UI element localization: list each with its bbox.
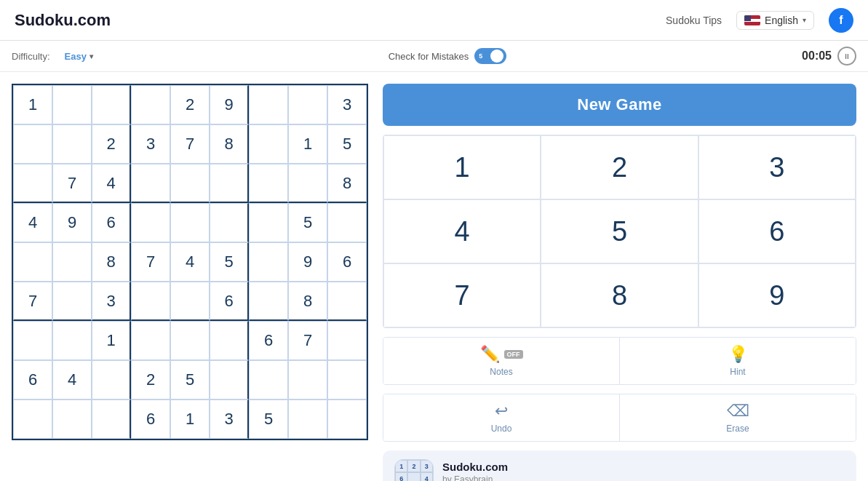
cell-r0-c7[interactable] bbox=[288, 85, 327, 124]
cell-r8-c6[interactable]: 5 bbox=[249, 399, 288, 439]
cell-r2-c8[interactable]: 8 bbox=[327, 164, 367, 203]
cell-r8-c0[interactable] bbox=[13, 399, 52, 439]
cell-r0-c5[interactable]: 9 bbox=[210, 85, 249, 124]
cell-r1-c5[interactable]: 8 bbox=[210, 124, 249, 164]
cell-r8-c3[interactable]: 6 bbox=[131, 399, 170, 439]
cell-r8-c2[interactable] bbox=[92, 399, 131, 439]
cell-r4-c6[interactable] bbox=[249, 242, 288, 282]
cell-r7-c4[interactable]: 5 bbox=[170, 360, 210, 399]
cell-r0-c6[interactable] bbox=[249, 85, 288, 124]
cell-r0-c0[interactable]: 1 bbox=[13, 85, 52, 124]
cell-r0-c2[interactable] bbox=[92, 85, 131, 124]
cell-r5-c0[interactable]: 7 bbox=[13, 282, 52, 321]
num-7[interactable]: 7 bbox=[383, 263, 541, 327]
cell-r4-c7[interactable]: 9 bbox=[288, 242, 327, 282]
undo-button[interactable]: ↩ Undo bbox=[383, 394, 620, 441]
cell-r0-c4[interactable]: 2 bbox=[170, 85, 210, 124]
pause-button[interactable]: ⏸ bbox=[837, 47, 856, 65]
cell-r2-c5[interactable] bbox=[210, 164, 249, 203]
cell-r3-c8[interactable] bbox=[327, 203, 367, 242]
cell-r4-c1[interactable] bbox=[52, 242, 92, 282]
cell-r5-c4[interactable] bbox=[170, 282, 210, 321]
cell-r6-c8[interactable] bbox=[327, 321, 367, 360]
num-4[interactable]: 4 bbox=[383, 199, 541, 263]
cell-r6-c4[interactable] bbox=[170, 321, 210, 360]
cell-r7-c3[interactable]: 2 bbox=[131, 360, 170, 399]
notes-button[interactable]: ✏️ OFF Notes bbox=[383, 338, 620, 384]
cell-r1-c2[interactable]: 2 bbox=[92, 124, 131, 164]
cell-r7-c8[interactable] bbox=[327, 360, 367, 399]
cell-r3-c2[interactable]: 6 bbox=[92, 203, 131, 242]
num-8[interactable]: 8 bbox=[541, 263, 698, 327]
cell-r8-c8[interactable] bbox=[327, 399, 367, 439]
cell-r6-c0[interactable] bbox=[13, 321, 52, 360]
cell-r8-c4[interactable]: 1 bbox=[170, 399, 210, 439]
cell-r7-c5[interactable] bbox=[210, 360, 249, 399]
cell-r4-c3[interactable]: 7 bbox=[131, 242, 170, 282]
cell-r5-c8[interactable] bbox=[327, 282, 367, 321]
cell-r0-c8[interactable]: 3 bbox=[327, 85, 367, 124]
cell-r2-c3[interactable] bbox=[131, 164, 170, 203]
cell-r5-c1[interactable] bbox=[52, 282, 92, 321]
cell-r4-c8[interactable]: 6 bbox=[327, 242, 367, 282]
new-game-button[interactable]: New Game bbox=[383, 84, 856, 126]
num-1[interactable]: 1 bbox=[383, 135, 541, 199]
num-9[interactable]: 9 bbox=[698, 263, 856, 327]
cell-r1-c0[interactable] bbox=[13, 124, 52, 164]
cell-r7-c6[interactable] bbox=[249, 360, 288, 399]
cell-r5-c2[interactable]: 3 bbox=[92, 282, 131, 321]
cell-r2-c6[interactable] bbox=[249, 164, 288, 203]
cell-r0-c1[interactable] bbox=[52, 85, 92, 124]
cell-r7-c1[interactable]: 4 bbox=[52, 360, 92, 399]
cell-r2-c2[interactable]: 4 bbox=[92, 164, 131, 203]
num-2[interactable]: 2 bbox=[541, 135, 698, 199]
check-toggle-wrap[interactable]: 5 bbox=[474, 48, 506, 64]
cell-r8-c1[interactable] bbox=[52, 399, 92, 439]
cell-r5-c7[interactable]: 8 bbox=[288, 282, 327, 321]
cell-r2-c1[interactable]: 7 bbox=[52, 164, 92, 203]
logo[interactable]: Sudoku.com bbox=[15, 11, 111, 30]
cell-r6-c5[interactable] bbox=[210, 321, 249, 360]
cell-r6-c3[interactable] bbox=[131, 321, 170, 360]
cell-r3-c7[interactable]: 5 bbox=[288, 203, 327, 242]
cell-r3-c4[interactable] bbox=[170, 203, 210, 242]
erase-button[interactable]: ⌫ Erase bbox=[620, 394, 856, 441]
cell-r8-c5[interactable]: 3 bbox=[210, 399, 249, 439]
cell-r3-c1[interactable]: 9 bbox=[52, 203, 92, 242]
cell-r1-c7[interactable]: 1 bbox=[288, 124, 327, 164]
difficulty-selector[interactable]: Easy ▾ bbox=[65, 51, 93, 62]
cell-r0-c3[interactable] bbox=[131, 85, 170, 124]
cell-r3-c5[interactable] bbox=[210, 203, 249, 242]
cell-r4-c2[interactable]: 8 bbox=[92, 242, 131, 282]
cell-r7-c7[interactable] bbox=[288, 360, 327, 399]
cell-r1-c4[interactable]: 7 bbox=[170, 124, 210, 164]
num-5[interactable]: 5 bbox=[541, 199, 698, 263]
cell-r1-c8[interactable]: 5 bbox=[327, 124, 367, 164]
cell-r5-c6[interactable] bbox=[249, 282, 288, 321]
num-3[interactable]: 3 bbox=[698, 135, 856, 199]
cell-r4-c5[interactable]: 5 bbox=[210, 242, 249, 282]
cell-r6-c6[interactable]: 6 bbox=[249, 321, 288, 360]
cell-r8-c7[interactable] bbox=[288, 399, 327, 439]
cell-r5-c3[interactable] bbox=[131, 282, 170, 321]
cell-r7-c2[interactable] bbox=[92, 360, 131, 399]
cell-r3-c0[interactable]: 4 bbox=[13, 203, 52, 242]
cell-r3-c3[interactable] bbox=[131, 203, 170, 242]
cell-r2-c7[interactable] bbox=[288, 164, 327, 203]
cell-r2-c0[interactable] bbox=[13, 164, 52, 203]
cell-r4-c0[interactable] bbox=[13, 242, 52, 282]
cell-r6-c7[interactable]: 7 bbox=[288, 321, 327, 360]
cell-r1-c3[interactable]: 3 bbox=[131, 124, 170, 164]
hint-button[interactable]: 💡 Hint bbox=[620, 338, 856, 384]
cell-r3-c6[interactable] bbox=[249, 203, 288, 242]
cell-r6-c1[interactable] bbox=[52, 321, 92, 360]
facebook-button[interactable]: f bbox=[829, 8, 853, 33]
num-6[interactable]: 6 bbox=[698, 199, 856, 263]
cell-r4-c4[interactable]: 4 bbox=[170, 242, 210, 282]
cell-r6-c2[interactable]: 1 bbox=[92, 321, 131, 360]
cell-r1-c6[interactable] bbox=[249, 124, 288, 164]
language-selector[interactable]: English ▾ bbox=[736, 11, 814, 30]
cell-r7-c0[interactable]: 6 bbox=[13, 360, 52, 399]
sudoku-tips-link[interactable]: Sudoku Tips bbox=[666, 15, 722, 26]
cell-r5-c5[interactable]: 6 bbox=[210, 282, 249, 321]
